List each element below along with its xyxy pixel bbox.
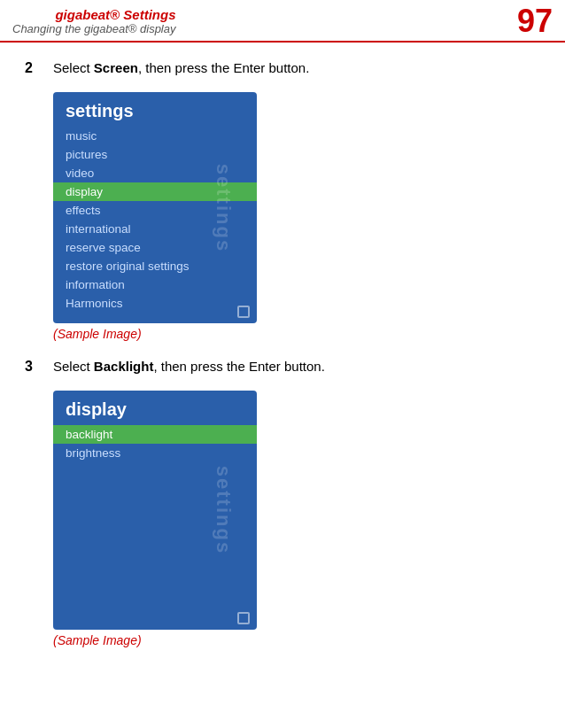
step-2-text-after: , then press the Enter button. [138,60,309,75]
step-2: 2 Select Screen, then press the Enter bu… [25,58,540,76]
screen-1-menu-item: display [53,182,257,201]
sample-label-2: (Sample Image) [53,633,540,647]
screen-1-menu-item: restore original settings [53,257,257,275]
screen-1-menu-item: information [53,275,257,294]
device-screen-1: settings musicpicturesvideodisplayeffect… [53,92,257,323]
header-title-block: gigabeat® Settings Changing the gigabeat… [12,7,176,35]
step-3-text: Select Backlight, then press the Enter b… [53,357,325,374]
screenshot-2-wrap: display backlightbrightness settings [53,391,540,630]
screen-1-menu-item: Harmonics [53,294,257,313]
header-page-num: 97 [517,5,553,37]
screen-1-menu-item: reserve space [53,238,257,257]
screen-1-menu-item: international [53,220,257,238]
page-header: gigabeat® Settings Changing the gigabeat… [0,0,565,43]
step-3: 3 Select Backlight, then press the Enter… [25,357,540,375]
screen-2-title: display [53,391,257,425]
step-2-text: Select Screen, then press the Enter butt… [53,58,309,75]
screen-1-menu-item: video [53,164,257,182]
screen-1-title: settings [53,92,257,127]
screen-2-menu-item: backlight [53,425,257,444]
screen-2-menu-item: brightness [53,444,257,462]
step-3-number: 3 [25,357,43,375]
step-3-text-after: , then press the Enter button. [153,359,324,374]
header-title-sub: Changing the gigabeat® display [12,22,176,35]
step-2-number: 2 [25,58,43,76]
sample-label-1: (Sample Image) [53,327,540,341]
screenshot-1-wrap: settings musicpicturesvideodisplayeffect… [53,92,540,323]
screen-2-menu: backlightbrightness [53,425,257,466]
screen-2-watermark: settings [212,466,235,554]
step-2-bold: Screen [94,60,138,75]
screen-1-menu-item: effects [53,201,257,220]
screen-1-menu-item: pictures [53,145,257,164]
screen-1-icon [237,306,250,318]
screen-1-menu-item: music [53,127,257,145]
device-screen-2: display backlightbrightness settings [53,391,257,630]
screen-1-menu: musicpicturesvideodisplayeffectsinternat… [53,127,257,316]
header-title-main: gigabeat® Settings [55,7,175,22]
screen-2-icon [237,612,250,624]
page-content: 2 Select Screen, then press the Enter bu… [0,43,565,679]
step-3-bold: Backlight [94,359,154,374]
